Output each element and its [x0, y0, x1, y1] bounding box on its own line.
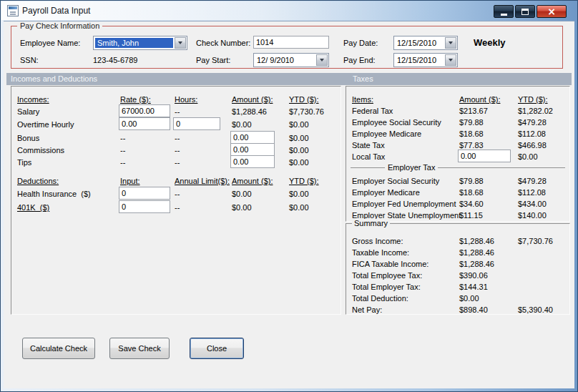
summary-row-total-deduction: Total Deduction: $0.00: [346, 293, 569, 304]
tax-amount: $18.68: [459, 187, 484, 197]
hours-col-header: Hours:: [175, 94, 197, 104]
employee-name-label: Employee Name:: [20, 39, 80, 48]
bonus-amount-input[interactable]: [230, 131, 275, 144]
ytd-col-header: YTD ($):: [289, 94, 319, 104]
overtime-rate-input[interactable]: [119, 117, 170, 130]
deduction-name: Health Insurance ($): [17, 189, 91, 199]
chevron-down-icon[interactable]: [316, 54, 328, 66]
income-row-tips: Tips -- -- $0.00: [11, 157, 341, 168]
tax-row-employee-medicare: Employee Medicare $18.68 $112.08: [346, 128, 569, 139]
summary-name: Total Employee Tax:: [352, 270, 422, 280]
tax-amount: $18.68: [459, 129, 484, 139]
summary-amount: $1,288.46: [459, 248, 494, 258]
dropdown-triangle-icon: [449, 41, 453, 44]
tax-name: State Tax: [352, 140, 385, 150]
401k-link[interactable]: 401K ($): [17, 202, 49, 212]
paycheck-group-label: Pay Check Information: [17, 21, 102, 30]
save-check-button[interactable]: Save Check: [109, 338, 170, 359]
health-insurance-input[interactable]: [119, 187, 170, 200]
summary-amount: $1,288.46: [459, 236, 494, 246]
income-row-overtime: Overtime Hourly $0.00 $0.00: [11, 119, 341, 130]
income-ytd: $0.00: [289, 157, 309, 167]
summary-name: Total Deduction:: [352, 293, 408, 303]
summary-name: FICA Taxable Income:: [352, 259, 428, 269]
tax-amount: $11.15: [459, 210, 483, 220]
calculate-check-button[interactable]: Calculate Check: [22, 338, 95, 359]
deduction-amount: $0.00: [232, 202, 252, 212]
tax-ytd: $0.00: [518, 152, 538, 162]
summary-amount: $0.00: [459, 293, 479, 303]
pay-date-picker[interactable]: 12/15/2010: [393, 36, 458, 50]
tax-amount: $79.88: [459, 176, 484, 186]
app-window: Payroll Data Input × Pay Check Informati…: [0, 0, 578, 392]
summary-amount: $390.06: [459, 270, 488, 280]
pay-date-value: 12/15/2010: [397, 39, 436, 48]
client-area: Pay Check Information Employee Name: Smi…: [4, 21, 574, 388]
summary-amount: $898.40: [459, 305, 488, 315]
pay-start-value: 12/ 9/2010: [257, 56, 294, 65]
pay-start-label: Pay Start:: [196, 56, 230, 65]
tax-name: Employee Social Security: [352, 117, 441, 127]
deduction-ytd: $0.00: [289, 202, 309, 212]
income-hours: --: [175, 157, 180, 167]
summary-name: Net Pay:: [352, 305, 382, 315]
ssn-label: SSN:: [20, 56, 39, 65]
tax-amount: $34.60: [459, 199, 484, 209]
dropdown-triangle-icon: [320, 59, 324, 62]
maximize-button[interactable]: [515, 5, 535, 18]
incomes-deductions-panel: Incomes: Rate ($): Hours: Amount ($): YT…: [11, 86, 341, 315]
401k-input[interactable]: [119, 200, 170, 213]
pay-end-picker[interactable]: 12/15/2010: [393, 53, 458, 67]
local-tax-input[interactable]: [458, 150, 511, 162]
incomes-section-header: Incomes and Deductions: [11, 74, 97, 83]
rate-col-header: Rate ($):: [120, 94, 151, 104]
dropdown-triangle-icon: [449, 59, 453, 62]
summary-panel: Summary Gross Income: $1,288.46 $7,730.7…: [346, 223, 570, 315]
overtime-hours-input[interactable]: [173, 117, 220, 130]
title-bar[interactable]: Payroll Data Input ×: [1, 1, 577, 20]
pay-start-picker[interactable]: 12/ 9/2010: [253, 53, 329, 67]
close-button[interactable]: Close: [190, 338, 244, 359]
tax-row-employee-ss: Employee Social Security $79.88 $479.28: [346, 117, 569, 128]
check-number-input[interactable]: [253, 36, 329, 49]
deductions-col-header: Deductions:: [17, 176, 59, 186]
summary-amount: $1,288.46: [459, 259, 494, 269]
ytd-col-header: YTD ($):: [289, 176, 319, 186]
chevron-down-icon[interactable]: [445, 54, 456, 66]
income-name: Salary: [17, 107, 39, 117]
income-rate: --: [120, 145, 125, 155]
deductions-header-row: Deductions: Input: Annual Limit($): Amou…: [11, 175, 341, 187]
summary-row-total-employer-tax: Total Employer Tax: $144.31: [346, 281, 569, 293]
summary-label: Summary: [352, 219, 390, 227]
check-number-label: Check Number:: [196, 39, 250, 48]
close-window-button[interactable]: ×: [537, 5, 567, 18]
employer-tax-separator: Employer Tax: [351, 162, 565, 172]
minimize-icon: [501, 14, 507, 16]
salary-rate-input[interactable]: [119, 104, 170, 117]
annual-limit-col-header: Annual Limit($):: [175, 176, 230, 186]
income-ytd: $0.00: [289, 145, 309, 155]
tax-name: Employer Social Security: [352, 176, 439, 186]
summary-row-fica-taxable: FICA Taxable Income: $1,288.46: [346, 258, 569, 270]
income-rate: --: [120, 157, 125, 167]
deduction-ytd: $0.00: [289, 189, 309, 199]
tax-ytd: $112.08: [518, 187, 546, 197]
close-icon: ×: [547, 6, 556, 16]
commissions-amount-input[interactable]: [230, 143, 275, 156]
incomes-header-row: Incomes: Rate ($): Hours: Amount ($): YT…: [11, 94, 341, 105]
income-amount: $1,288.46: [232, 107, 267, 117]
tax-row-employer-fed-unemployment: Employer Fed Unemployment $34.60 $434.00: [346, 198, 569, 210]
employee-name-value: Smith, John: [95, 38, 173, 48]
employee-name-combobox[interactable]: Smith, John: [93, 36, 187, 50]
income-ytd: $0.00: [289, 119, 309, 129]
income-name: Tips: [17, 157, 31, 167]
taxes-panel: Items: Amount ($): YTD ($): Federal Tax …: [346, 86, 570, 222]
ssn-value: 123-45-6789: [93, 56, 137, 65]
chevron-down-icon[interactable]: [445, 37, 456, 49]
minimize-button[interactable]: [494, 5, 514, 18]
ytd-col-header: YTD ($):: [518, 94, 548, 104]
chevron-down-icon[interactable]: [175, 37, 186, 49]
tips-amount-input[interactable]: [230, 155, 275, 168]
amount-col-header: Amount ($):: [459, 94, 500, 104]
taxes-section-header: Taxes: [353, 74, 373, 83]
